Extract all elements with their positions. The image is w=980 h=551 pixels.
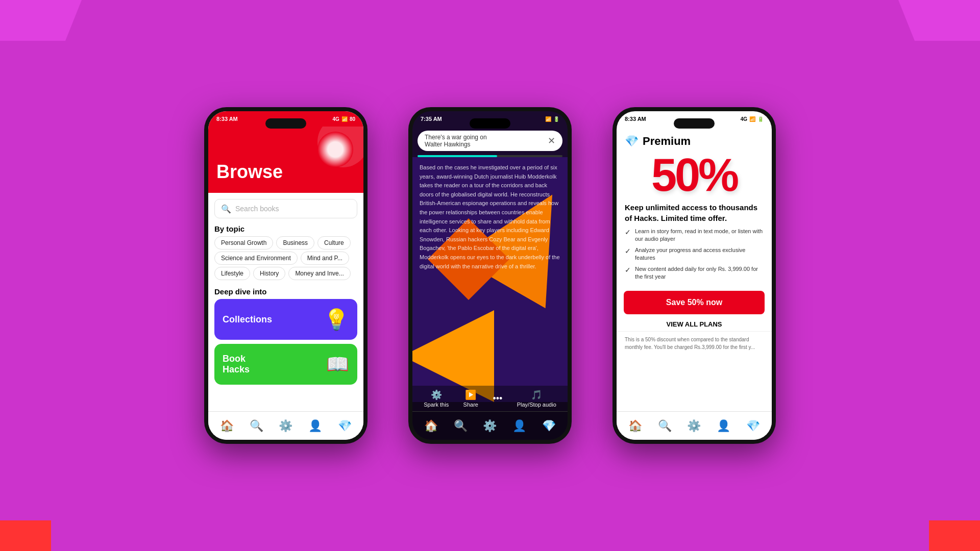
book-hacks-card[interactable]: Book Hacks 📖 [214,344,357,385]
spark-icon: ⚙️ [431,389,442,400]
premium-footer: This is a 50% discount when compared to … [617,331,772,355]
feature-item-2: ✓ Analyze your progress and access exclu… [625,246,764,262]
nav-home[interactable]: 🏠 [220,419,234,433]
tag-history[interactable]: History [253,267,285,280]
bottom-nav-3: 🏠 🔍 ⚙️ 👤 💎 [617,411,772,440]
tags-row-1: Personal Growth Business Culture [208,236,363,249]
phone-book-detail: 7:35 AM 📶 🔋 There's a war going on Walte… [408,107,572,444]
nav2-profile[interactable]: 👤 [512,419,526,433]
phone-notch [265,118,306,129]
discount-percentage: 50% [617,152,772,198]
premium-title: Premium [643,135,691,148]
feature-item-1: ✓ Learn in story form, read in text mode… [625,228,764,243]
phone-premium: 8:33 AM 4G 📶 🔋 💎 Premium 50% Keep unlimi… [612,107,776,444]
tag-culture[interactable]: Culture [317,236,351,249]
premium-header: 💎 Premium [617,127,772,152]
feature-text-2: Analyze your progress and access exclusi… [635,246,764,262]
nav2-search[interactable]: 🔍 [454,419,468,433]
premium-subtitle: Keep unlimited access to thousands of Ha… [617,198,772,226]
status-icons-3: 4G 📶 🔋 [741,116,764,122]
spark-label: Spark this [424,402,449,408]
bottom-nav-2: 🏠 🔍 ⚙️ 👤 💎 [412,411,568,440]
spark-action[interactable]: ⚙️ Spark this [424,389,449,408]
phones-container: 8:33 AM 4G 📶 80 Browse 🔍 Search books By… [204,107,776,444]
browse-header: Browse [208,127,363,193]
by-topic-label: By topic [208,218,363,236]
status-time-2: 7:35 AM [421,116,442,122]
tag-mind[interactable]: Mind and P... [301,252,349,265]
phone-notch-2 [470,118,510,129]
search-icon: 🔍 [221,204,231,214]
status-icons-1: 4G 📶 80 [333,116,355,122]
collections-card[interactable]: Collections 💡 [214,299,357,340]
bottom-nav-1: 🏠 🔍 ⚙️ 👤 💎 [208,411,363,440]
nav3-search[interactable]: 🔍 [658,419,672,433]
tag-personal-growth[interactable]: Personal Growth [214,236,273,249]
feature-list: ✓ Learn in story form, read in text mode… [617,226,772,286]
nav-settings[interactable]: ⚙️ [279,419,292,433]
book-search-line2: Walter Hawkings [425,141,487,148]
tag-business[interactable]: Business [276,236,314,249]
book-actions: ⚙️ Spark this ▶️ Share ••• 🎵 Play/Stop a… [412,386,568,411]
deep-dive-label: Deep dive into [208,282,363,299]
search-placeholder: Search books [235,205,279,213]
book-description: Based on the cases he investigated over … [420,163,560,271]
share-action[interactable]: ▶️ Share [463,389,478,408]
status-time-1: 8:33 AM [216,116,238,122]
feature-text-3: New content added daily for only Rs. 3,9… [635,265,764,281]
view-plans-link[interactable]: VIEW ALL PLANS [617,317,772,331]
share-label: Share [463,402,478,408]
book-search-bar[interactable]: There's a war going on Walter Hawkings ✕ [418,131,562,151]
audio-icon: 🎵 [531,389,542,400]
nav2-settings[interactable]: ⚙️ [483,419,497,433]
collections-icon: 💡 [324,308,349,332]
audio-action[interactable]: 🎵 Play/Stop audio [517,389,556,408]
book-content-area: Based on the cases he investigated over … [412,157,568,402]
tag-lifestyle[interactable]: Lifestyle [214,267,250,280]
nav-profile[interactable]: 👤 [308,419,322,433]
nav-premium[interactable]: 💎 [338,419,352,433]
nav3-settings[interactable]: ⚙️ [687,419,701,433]
nav2-home[interactable]: 🏠 [424,419,438,433]
more-icon: ••• [493,393,502,404]
diamond-icon: 💎 [625,135,639,148]
nav3-profile[interactable]: 👤 [717,419,730,433]
tags-row-2: Science and Environment Mind and P... [208,252,363,265]
check-icon-3: ✓ [625,265,631,276]
corner-decoration-tr [898,0,980,41]
check-icon-1: ✓ [625,228,631,238]
nav-search[interactable]: 🔍 [250,419,263,433]
save-button[interactable]: Save 50% now [624,291,765,314]
audio-label: Play/Stop audio [517,402,556,408]
more-action[interactable]: ••• [493,393,502,404]
corner-decoration-bl [0,520,51,551]
search-bar[interactable]: 🔍 Search books [214,199,357,218]
corner-decoration-tl [0,0,82,41]
phone-notch-3 [674,118,715,129]
feature-item-3: ✓ New content added daily for only Rs. 3… [625,265,764,281]
book-hacks-icon: 📖 [326,354,349,375]
status-icons-2: 📶 🔋 [545,116,559,122]
book-hacks-subtitle: Hacks [223,364,250,375]
collections-title: Collections [223,314,272,325]
tags-row-3: Lifestyle History Money and Inve... [208,267,363,280]
tag-science[interactable]: Science and Environment [214,252,298,265]
book-hacks-title: Book [223,354,250,364]
status-time-3: 8:33 AM [625,116,646,122]
feature-text-1: Learn in story form, read in text mode, … [635,228,764,243]
nav3-home[interactable]: 🏠 [628,419,642,433]
corner-decoration-br [929,520,980,551]
nav2-premium[interactable]: 💎 [542,419,556,433]
close-button[interactable]: ✕ [548,135,555,146]
share-icon: ▶️ [465,389,476,400]
book-search-line1: There's a war going on [425,134,487,141]
browse-circle-accent [317,132,353,167]
tag-money[interactable]: Money and Inve... [288,267,350,280]
nav3-premium[interactable]: 💎 [746,419,760,433]
phone-browse: 8:33 AM 4G 📶 80 Browse 🔍 Search books By… [204,107,368,444]
check-icon-2: ✓ [625,246,631,257]
browse-title: Browse [216,161,283,183]
